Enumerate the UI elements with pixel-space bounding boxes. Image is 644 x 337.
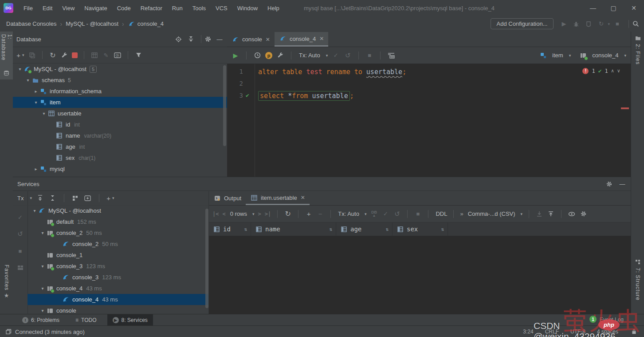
tab-item-usertable[interactable]: item.usertable ✕ — [246, 191, 310, 205]
code-editor[interactable]: 1 2 3 ✔ alter table test rename to usert… — [227, 64, 631, 177]
line-ending[interactable]: CRLF — [545, 329, 559, 335]
collapse-all-icon[interactable] — [49, 194, 57, 202]
ddl-button[interactable]: DDL — [436, 210, 447, 217]
more-chevrons-icon[interactable]: » — [460, 210, 463, 217]
chevron-expanded-icon[interactable]: ▾ — [39, 308, 46, 313]
tx-mode-dropdown[interactable]: Tx: Auto — [299, 52, 320, 59]
tree-row-column-sex[interactable]: sex char(1) — [13, 152, 227, 163]
stop-icon[interactable]: ■ — [365, 52, 373, 59]
session-selector-dropdown[interactable]: console_4 — [592, 52, 618, 59]
minimize-button[interactable]: — — [583, 0, 603, 16]
lock-icon[interactable] — [630, 328, 638, 336]
filter-icon[interactable] — [134, 51, 142, 59]
tool-tab-services[interactable]: ▶ 8: Services — [107, 314, 153, 326]
breadcrumb-console[interactable]: console_4 — [137, 20, 164, 27]
close-tab-icon[interactable]: ✕ — [319, 36, 324, 42]
tree-row-information-schema[interactable]: ▸ information_schema — [13, 86, 227, 97]
grid-body-empty[interactable] — [209, 236, 631, 315]
menu-refactor[interactable]: Refactor — [136, 0, 167, 16]
sort-icon[interactable]: ⇅ — [329, 226, 332, 232]
svc-row-console3-file[interactable]: console_3 123 ms — [27, 272, 208, 283]
row-count-dropdown[interactable]: 0 rows — [230, 210, 247, 217]
menu-code[interactable]: Code — [112, 0, 136, 16]
locate-icon[interactable] — [174, 35, 182, 43]
rollback-icon[interactable]: ↺ — [16, 230, 24, 238]
table-editor-icon[interactable] — [90, 51, 98, 59]
tree-row-item-selected[interactable]: ▾ item — [13, 97, 227, 108]
last-page-icon[interactable]: >| — [265, 211, 271, 217]
caret-position[interactable]: 3:24 — [523, 329, 533, 335]
services-tree-scrollbar[interactable] — [205, 209, 208, 308]
chevron-collapsed-icon[interactable]: ▸ — [32, 167, 39, 171]
statement-ok-icon[interactable]: ✔ — [246, 92, 249, 99]
sync-icon[interactable]: ↻ — [597, 20, 605, 28]
sync-dropdown-icon[interactable]: ▾ — [608, 22, 610, 26]
sort-icon[interactable]: ⇅ — [385, 226, 389, 232]
delete-row-icon[interactable]: − — [316, 210, 324, 218]
chevron-expanded-icon[interactable]: ▾ — [40, 111, 47, 116]
breadcrumb-database-consoles[interactable]: Database Consoles — [6, 20, 56, 27]
commit-check-icon[interactable]: ✓ — [332, 52, 340, 59]
duplicate-icon[interactable] — [28, 51, 36, 59]
window-layers-icon[interactable] — [4, 328, 12, 336]
tree-row-mysql-schema[interactable]: ▸ mysql — [13, 163, 227, 174]
menu-view[interactable]: View — [57, 0, 79, 16]
svc-row-console[interactable]: ▾ console — [27, 305, 208, 314]
tree-row-column-name[interactable]: name varchar(20) — [13, 130, 227, 141]
hide-panel-icon[interactable]: — — [618, 180, 626, 188]
debug-bug-icon[interactable] — [572, 20, 580, 28]
import-upload-icon[interactable] — [547, 210, 555, 218]
refresh-icon[interactable]: ↻ — [49, 51, 57, 59]
execute-icon[interactable]: ▶ — [232, 52, 240, 59]
column-header-name[interactable]: name ⇅ — [251, 222, 336, 236]
chevron-expanded-icon[interactable]: ▾ — [16, 67, 24, 71]
search-icon[interactable] — [632, 20, 640, 28]
prev-issue-icon[interactable]: ∧ — [611, 68, 614, 74]
close-tab-icon[interactable]: ✕ — [266, 36, 270, 43]
gear-icon[interactable] — [605, 180, 613, 188]
modify-pencil-icon[interactable]: ✎ — [102, 51, 110, 59]
sort-icon[interactable]: ⇅ — [244, 226, 247, 232]
svc-row-console4[interactable]: ▾ console_4 43 ms — [27, 283, 208, 294]
open-in-new-tab-icon[interactable] — [84, 194, 92, 202]
svc-row-console2-file[interactable]: console_2 50 ms — [27, 238, 208, 250]
chevron-expanded-icon[interactable]: ▾ — [32, 100, 39, 105]
layout-icon[interactable] — [16, 264, 24, 272]
add-icon[interactable]: +▾ — [106, 194, 114, 202]
sort-icon[interactable]: ⇅ — [441, 226, 444, 232]
close-button[interactable]: ✕ — [624, 0, 644, 16]
add-row-icon[interactable]: + — [305, 210, 313, 218]
chevron-expanded-icon[interactable]: ▾ — [24, 78, 31, 83]
column-header-id[interactable]: id ⇅ — [209, 222, 251, 236]
tool-tab-problems[interactable]: ! 6: Problems — [17, 314, 65, 326]
tx-mode-dropdown[interactable]: Tx: Auto — [338, 210, 359, 217]
jump-to-console-icon[interactable]: QL — [114, 51, 122, 59]
connection-status[interactable]: Connected (3 minutes ago) — [15, 329, 85, 335]
first-page-icon[interactable]: |< — [212, 211, 219, 217]
coverage-icon[interactable] — [585, 20, 593, 28]
tree-row-usertable[interactable]: ▾ usertable — [13, 108, 227, 119]
expand-all-icon[interactable] — [36, 194, 44, 202]
stop-icon[interactable]: ■ — [414, 210, 422, 218]
reload-icon[interactable]: ↻ — [284, 210, 292, 218]
export-format-dropdown[interactable]: Comma-...d (CSV) — [468, 210, 515, 217]
tree-row-column-id[interactable]: id int — [13, 119, 227, 130]
tool-tab-database[interactable]: 1: Database — [0, 32, 13, 79]
view-options-eye-icon[interactable] — [568, 210, 576, 218]
execute-in-console-icon[interactable] — [387, 52, 395, 59]
stop-icon[interactable]: ■ — [613, 20, 621, 28]
rollback-icon[interactable]: ↺ — [393, 210, 401, 218]
export-download-icon[interactable] — [535, 210, 543, 218]
editor-tab-console[interactable]: console ✕ — [227, 32, 275, 47]
tree-row-schemas[interactable]: ▾ schemas 5 — [13, 75, 227, 86]
next-page-icon[interactable]: > — [258, 211, 261, 217]
svc-row-console2[interactable]: ▾ console_2 50 ms — [27, 227, 208, 238]
tool-tab-structure[interactable]: 7: Structure — [631, 255, 644, 314]
tree-row-column-age[interactable]: age int — [13, 141, 227, 152]
chevron-expanded-icon[interactable]: ▾ — [39, 230, 46, 235]
menu-vcs[interactable]: VCS — [211, 0, 232, 16]
tool-tab-todo[interactable]: ≡ TODO — [70, 314, 102, 326]
grid-settings-gear-icon[interactable] — [579, 210, 587, 218]
collapse-all-icon[interactable] — [187, 35, 195, 43]
svc-row-console3[interactable]: ▾ console_3 123 ms — [27, 261, 208, 272]
